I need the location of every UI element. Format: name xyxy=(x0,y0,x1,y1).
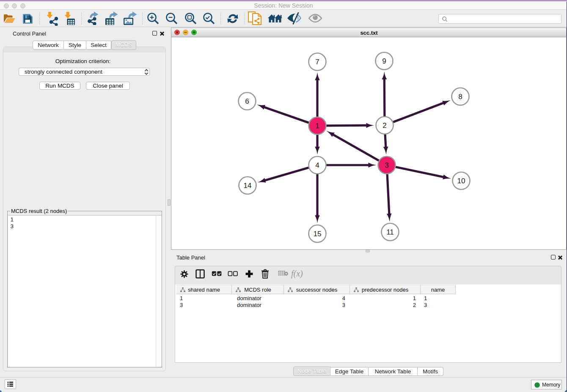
svg-text:4: 4 xyxy=(315,161,319,169)
svg-text:15: 15 xyxy=(314,230,322,238)
svg-text:14: 14 xyxy=(244,182,252,190)
svg-text:10: 10 xyxy=(457,177,465,185)
svg-text:11: 11 xyxy=(386,228,394,236)
svg-text:9: 9 xyxy=(382,57,386,65)
svg-text:3: 3 xyxy=(385,161,388,169)
svg-text:6: 6 xyxy=(245,97,249,105)
svg-text:7: 7 xyxy=(315,58,319,66)
svg-text:1: 1 xyxy=(315,122,319,130)
svg-text:2: 2 xyxy=(383,121,386,130)
svg-text:8: 8 xyxy=(458,93,462,101)
